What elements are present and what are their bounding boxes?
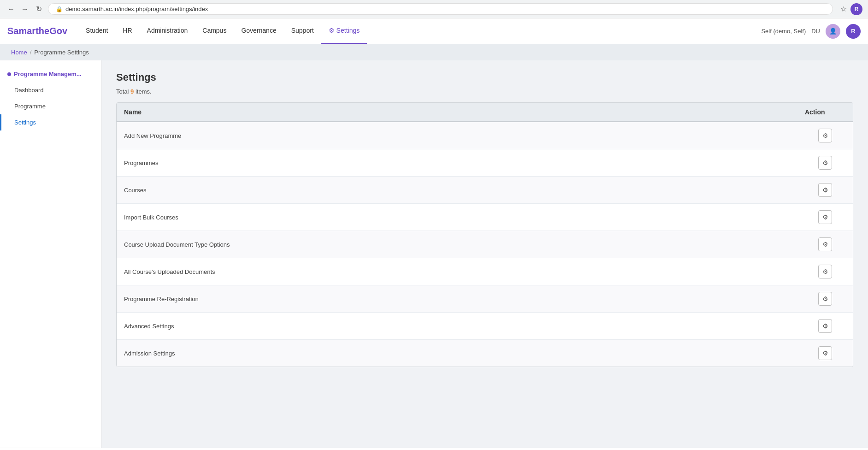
content-area: Settings Total 9 items. Name Action Add … xyxy=(101,60,868,448)
total-count: 9 xyxy=(130,88,134,95)
bookmark-button[interactable]: ☆ xyxy=(840,5,847,13)
table-row: Admission Settings ⚙ xyxy=(117,340,853,367)
nav-administration[interactable]: Administration xyxy=(140,18,195,44)
nav-hr[interactable]: HR xyxy=(115,18,139,44)
back-button[interactable]: ← xyxy=(6,4,17,15)
main-nav: Student HR Administration Campus Governa… xyxy=(78,18,367,44)
total-label: Total xyxy=(116,88,129,95)
sidebar-dot xyxy=(7,72,11,76)
column-name-header: Name xyxy=(117,103,797,121)
browser-controls: ← → ↻ xyxy=(6,4,44,15)
settings-table: Name Action Add New Programme ⚙ Programm… xyxy=(116,102,853,367)
browser-right: ☆ R xyxy=(840,3,862,15)
user-avatar[interactable]: R xyxy=(846,24,861,39)
gear-button-8[interactable]: ⚙ xyxy=(818,319,832,333)
row-name-9: Admission Settings xyxy=(117,340,797,367)
table-row: Advanced Settings ⚙ xyxy=(117,313,853,340)
nav-campus[interactable]: Campus xyxy=(195,18,234,44)
gear-button-3[interactable]: ⚙ xyxy=(818,183,832,197)
row-action-1: ⚙ xyxy=(797,122,853,149)
forward-button[interactable]: → xyxy=(19,4,30,15)
refresh-button[interactable]: ↻ xyxy=(33,4,44,15)
row-action-9: ⚙ xyxy=(797,340,853,367)
address-bar[interactable]: 🔒 demo.samarth.ac.in/index.php/program/s… xyxy=(48,3,833,15)
gear-button-5[interactable]: ⚙ xyxy=(818,237,832,251)
lock-icon: 🔒 xyxy=(56,6,63,12)
breadcrumb-home[interactable]: Home xyxy=(11,49,27,56)
table-row: Import Bulk Courses ⚙ xyxy=(117,204,853,231)
sidebar-item-dashboard[interactable]: Dashboard xyxy=(0,82,101,98)
table-row: Programme Re-Registration ⚙ xyxy=(117,285,853,313)
nav-support[interactable]: Support xyxy=(284,18,321,44)
row-name-5: Course Upload Document Type Options xyxy=(117,231,797,258)
row-name-6: All Course's Uploaded Documents xyxy=(117,258,797,285)
table-row: Courses ⚙ xyxy=(117,177,853,204)
row-action-3: ⚙ xyxy=(797,177,853,203)
logo-egov: eGov xyxy=(44,26,67,36)
gear-button-7[interactable]: ⚙ xyxy=(818,292,832,306)
sidebar-item-settings[interactable]: Settings xyxy=(0,114,101,130)
breadcrumb-separator: / xyxy=(30,49,32,56)
row-action-4: ⚙ xyxy=(797,204,853,231)
row-name-2: Programmes xyxy=(117,149,797,176)
user-info-text: Self (demo, Self) xyxy=(761,28,806,35)
row-action-8: ⚙ xyxy=(797,313,853,339)
page-title: Settings xyxy=(116,71,853,83)
row-action-6: ⚙ xyxy=(797,258,853,285)
row-action-5: ⚙ xyxy=(797,231,853,258)
table-header: Name Action xyxy=(117,103,853,122)
breadcrumb-current: Programme Settings xyxy=(34,49,89,56)
table-row: Course Upload Document Type Options ⚙ xyxy=(117,231,853,258)
breadcrumb: Home / Programme Settings xyxy=(0,44,868,60)
browser-user-avatar[interactable]: R xyxy=(850,3,862,15)
nav-settings[interactable]: ⚙ Settings xyxy=(321,18,367,44)
row-name-7: Programme Re-Registration xyxy=(117,285,797,312)
gear-button-1[interactable]: ⚙ xyxy=(818,129,832,142)
gear-button-6[interactable]: ⚙ xyxy=(818,265,832,278)
row-name-3: Courses xyxy=(117,177,797,203)
gear-button-9[interactable]: ⚙ xyxy=(818,346,832,360)
table-row: All Course's Uploaded Documents ⚙ xyxy=(117,258,853,285)
row-name-8: Advanced Settings xyxy=(117,313,797,339)
nav-governance[interactable]: Governance xyxy=(234,18,283,44)
items-count: Total 9 items. xyxy=(116,88,853,95)
table-row: Programmes ⚙ xyxy=(117,149,853,177)
nav-student[interactable]: Student xyxy=(78,18,115,44)
table-row: Add New Programme ⚙ xyxy=(117,122,853,149)
main-layout: Programme Managem... Dashboard Programme… xyxy=(0,60,868,448)
sidebar-section-header[interactable]: Programme Managem... xyxy=(0,66,101,82)
row-name-1: Add New Programme xyxy=(117,122,797,149)
url-text: demo.samarth.ac.in/index.php/program/set… xyxy=(65,6,208,12)
row-action-7: ⚙ xyxy=(797,285,853,312)
app-logo[interactable]: SamartheGov xyxy=(7,26,67,36)
sidebar-section-title: Programme Managem... xyxy=(14,71,82,77)
gear-button-2[interactable]: ⚙ xyxy=(818,156,832,170)
row-name-4: Import Bulk Courses xyxy=(117,204,797,231)
app-header: SamartheGov Student HR Administration Ca… xyxy=(0,18,868,44)
du-avatar[interactable]: 👤 xyxy=(826,24,840,39)
sidebar: Programme Managem... Dashboard Programme… xyxy=(0,60,101,448)
browser-chrome: ← → ↻ 🔒 demo.samarth.ac.in/index.php/pro… xyxy=(0,0,868,18)
items-label: items. xyxy=(136,88,152,95)
sidebar-item-programme[interactable]: Programme xyxy=(0,98,101,114)
du-label: DU xyxy=(811,28,820,35)
row-action-2: ⚙ xyxy=(797,149,853,176)
footer: © Project Samarth - All Rights Rese... D… xyxy=(0,448,868,450)
logo-samarth: Samarth xyxy=(7,26,44,36)
header-right: Self (demo, Self) DU 👤 R xyxy=(761,24,861,39)
gear-button-4[interactable]: ⚙ xyxy=(818,210,832,224)
column-action-header: Action xyxy=(797,103,853,121)
